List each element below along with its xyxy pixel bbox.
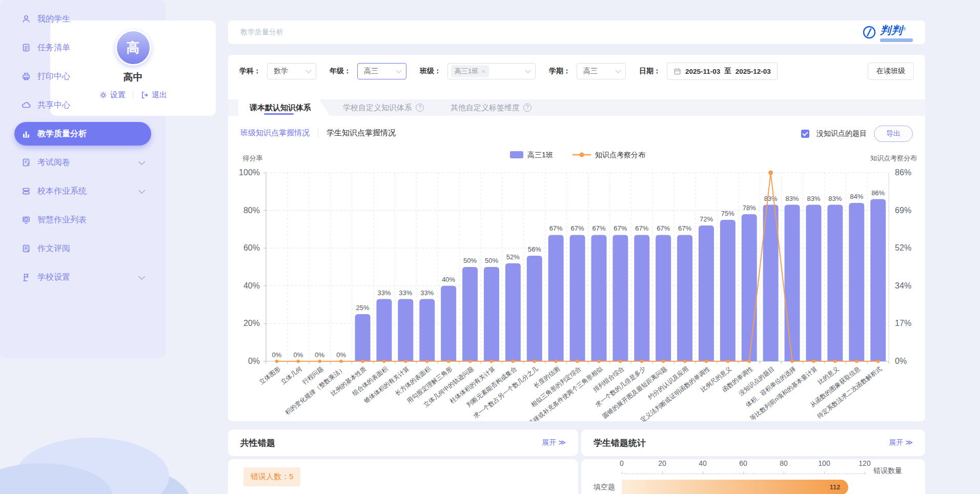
svg-text:33%: 33%	[399, 289, 412, 297]
class-mastery-view-link[interactable]: 班级知识点掌握情况	[240, 128, 310, 138]
class-multiselect[interactable]: 高三1班 ×	[447, 63, 536, 79]
help-icon[interactable]: ?	[523, 104, 532, 112]
svg-text:67%: 67%	[678, 224, 691, 232]
date-range-picker[interactable]: 2025-11-03 至 2025-12-03	[667, 63, 778, 80]
axis-tick: 40	[699, 459, 707, 467]
svg-text:0%: 0%	[895, 357, 907, 365]
svg-text:86%: 86%	[871, 189, 885, 197]
svg-text:17%: 17%	[895, 319, 911, 327]
date-end: 2025-12-03	[736, 68, 771, 75]
tab-label: 课本默认知识体系	[250, 103, 311, 113]
svg-text:33%: 33%	[377, 289, 391, 297]
svg-text:67%: 67%	[549, 224, 563, 232]
sidebar-item-essay-review[interactable]: 作文评阅	[14, 237, 151, 260]
svg-text:立体图形: 立体图形	[258, 365, 281, 386]
tick-mark	[865, 471, 865, 474]
sidebar-item-task-list[interactable]: 任务清单	[14, 36, 151, 59]
logo-text: 判判	[880, 24, 903, 36]
tab-label: 其他自定义标签维度	[451, 103, 520, 113]
help-icon[interactable]: ?	[416, 104, 424, 112]
class-tag: 高三1班 ×	[451, 65, 489, 77]
view-switch: 班级知识点掌握情况 学生知识点掌握情况	[240, 128, 396, 138]
no-knowledge-point-checkbox[interactable]	[801, 130, 809, 138]
svg-text:80%: 80%	[243, 206, 260, 215]
svg-text:75%: 75%	[721, 210, 734, 217]
term-label: 学期：	[549, 67, 570, 76]
sidebar-item-label: 智慧作业列表	[37, 215, 87, 225]
svg-text:得分率: 得分率	[242, 154, 263, 162]
logo-mark-icon	[863, 26, 876, 39]
sidebar-item-label: 打印中心	[37, 71, 70, 82]
svg-text:72%: 72%	[700, 215, 713, 223]
tick-mark	[743, 471, 744, 474]
subject-value: 数学	[274, 67, 288, 76]
sidebar-item-label: 教学质量分析	[37, 129, 87, 139]
tab-other-custom-label-dimension[interactable]: 其他自定义标签维度 ?	[437, 99, 545, 116]
svg-text:67%: 67%	[571, 224, 584, 232]
svg-text:50%: 50%	[463, 257, 477, 264]
error-count-bar: 112	[622, 480, 848, 494]
svg-text:组合体的表面积: 组合体的表面积	[351, 365, 390, 398]
sidebar-item-share-center[interactable]: 共享中心	[14, 93, 151, 117]
sidebar-item-teaching-quality-analysis[interactable]: 教学质量分析	[14, 122, 151, 146]
svg-text:20%: 20%	[243, 319, 260, 327]
sidebar-item-label: 任务清单	[37, 43, 70, 53]
tab-school-custom-knowledge-system[interactable]: 学校自定义知识体系 ?	[330, 99, 437, 116]
logout-label: 退出	[152, 90, 167, 100]
svg-text:50%: 50%	[485, 257, 498, 264]
chevron-down-icon	[615, 67, 621, 73]
tab-textbook-knowledge-system[interactable]: 课本默认知识体系	[238, 99, 330, 116]
term-select[interactable]: 高三	[577, 63, 626, 79]
remove-tag-icon[interactable]: ×	[481, 68, 485, 75]
svg-text:83%: 83%	[786, 195, 799, 202]
svg-text:67%: 67%	[614, 224, 627, 232]
svg-text:52%: 52%	[895, 243, 911, 252]
axis-tick: 0	[620, 459, 624, 467]
student-icon	[22, 14, 31, 24]
common-mistakes-header: 共性错题 展开 ≫	[228, 429, 578, 456]
section-title: 学生错题统计	[594, 437, 646, 449]
export-button[interactable]: 导出	[874, 126, 913, 142]
subject-select[interactable]: 数学	[267, 63, 316, 79]
chevron-down-icon	[138, 187, 145, 194]
essay-pen-icon	[22, 244, 31, 253]
svg-text:84%: 84%	[850, 193, 863, 200]
svg-text:0%: 0%	[272, 351, 282, 359]
svg-text:0%: 0%	[293, 351, 303, 359]
error-count-badge: 错误人数：5	[243, 467, 300, 486]
axis-line	[622, 474, 866, 474]
expand-link[interactable]: 展开 ≫	[542, 438, 566, 447]
expand-link[interactable]: 展开 ≫	[889, 438, 913, 447]
analysis-panel: 学科： 数学 年级： 高三 班级： 高三1班 × 学期： 高三 日期： 2025…	[228, 55, 925, 421]
svg-text:78%: 78%	[743, 204, 756, 212]
svg-text:立体几何: 立体几何	[279, 365, 303, 386]
sidebar-item-my-students[interactable]: 我的学生	[14, 7, 151, 31]
chevron-down-icon	[138, 273, 145, 280]
sidebar-item-school-settings[interactable]: 学校设置	[14, 265, 151, 289]
svg-text:选择或补充条件使两个三角形相似: 选择或补充条件使两个三角形相似	[527, 365, 604, 421]
knowledge-mastery-chart: 100%86%80%69%60%52%40%34%20%17%0%0%0%立体图…	[232, 146, 919, 421]
chevron-down-icon	[525, 67, 530, 73]
sidebar-menu: 我的学生 任务清单 打印中心 共享中心 教学质量分析 考试阅卷 校本作业系统	[0, 0, 166, 358]
subject-label: 学科：	[239, 67, 261, 76]
svg-text:83%: 83%	[807, 195, 820, 202]
date-separator: 至	[724, 67, 731, 76]
chevron-down-icon	[138, 158, 145, 165]
sidebar-item-print-center[interactable]: 打印中心	[14, 65, 151, 88]
sidebar-item-smart-homework-list[interactable]: 智慧作业列表	[14, 208, 151, 232]
axis-tick: 120	[859, 459, 870, 467]
svg-text:40%: 40%	[243, 281, 260, 290]
axis-tick: 100	[818, 459, 830, 467]
grade-select[interactable]: 高三	[357, 63, 406, 79]
sidebar-item-exam-marking[interactable]: 考试阅卷	[14, 151, 151, 174]
svg-text:0%: 0%	[248, 357, 260, 365]
svg-text:33%: 33%	[420, 289, 434, 297]
sidebar-item-school-homework-system[interactable]: 校本作业系统	[14, 179, 151, 203]
reading-class-button[interactable]: 在读班级	[868, 63, 914, 80]
monitor-cloud-icon	[22, 215, 31, 224]
expand-label: 展开	[889, 438, 903, 446]
term-value: 高三	[583, 67, 598, 76]
axis-tick: 60	[739, 459, 747, 467]
svg-text:60%: 60%	[243, 243, 260, 252]
student-mastery-view-link[interactable]: 学生知识点掌握情况	[326, 128, 396, 138]
